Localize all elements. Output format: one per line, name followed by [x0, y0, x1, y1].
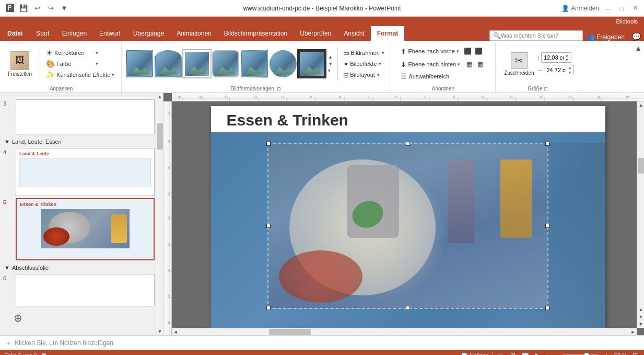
customize-qat-button[interactable]: ▼ [58, 3, 70, 14]
tab-bildschirmpraesentation[interactable]: Bildschirmpräsentation [218, 26, 294, 41]
tab-start[interactable]: Start [30, 26, 55, 41]
freigeben-button[interactable]: 👥 Freigeben [583, 33, 629, 41]
handle-mr[interactable] [545, 224, 549, 228]
slide-main[interactable]: Essen & Trinken [211, 106, 605, 331]
reading-view-button[interactable]: 📖 [521, 351, 530, 355]
notes-bar[interactable]: + Klicken Sie, um Notizen hinzufügen [0, 335, 644, 350]
ebene-nach-hinten-button[interactable]: ⬇ Ebene nach hinten ▾ ▦ ▦ [398, 58, 488, 71]
image-style-6[interactable] [270, 50, 297, 77]
handle-tm[interactable] [406, 142, 410, 146]
redo-button[interactable]: ↪ [45, 3, 56, 14]
slide-5-plate2 [43, 227, 69, 246]
groesse-expand[interactable]: ⊡ [543, 86, 549, 91]
anordnen-content: ⬆ Ebene nach vorne ▾ ⬛ ⬛ ⬇ Ebene nach hi… [398, 43, 488, 85]
bildformatvorlagen-expand[interactable]: ⊡ [276, 86, 282, 91]
hscroll-thumb[interactable] [269, 329, 311, 335]
freistellen-button[interactable]: 🖼 Freistellen [5, 49, 34, 79]
image-style-3[interactable] [183, 50, 210, 77]
tab-einfuegen[interactable]: Einfügen [56, 26, 93, 41]
panel-scroll-thumb[interactable] [157, 123, 163, 150]
height-input[interactable] [544, 54, 564, 61]
comment-button[interactable]: 💬 [629, 32, 644, 41]
height-up-button[interactable]: ▲ [565, 53, 569, 58]
kuenstlerische-effekte-button[interactable]: ✨ Künstlerische Effekte ▾ [43, 70, 117, 80]
zoom-in-button[interactable]: + [602, 351, 611, 355]
anmelden-button[interactable]: 👤Anmelden [561, 5, 599, 12]
anordnen-icon-2b[interactable]: ▦ [475, 59, 485, 70]
handle-tr[interactable] [545, 142, 549, 146]
slide-thumb-5-wrapper: 5 Essen & Trinken [11, 198, 159, 260]
anordnen-icon-2a[interactable]: ▦ [464, 59, 474, 70]
slide-thumb-6[interactable] [16, 274, 155, 306]
zuschneiden-button[interactable]: ✂ Zuschneiden [502, 50, 536, 78]
bildeffekte-arrow: ▾ [379, 61, 381, 66]
hscroll-right[interactable]: ► [629, 328, 637, 336]
slide-sorter-button[interactable]: ⊞ [508, 351, 518, 355]
tab-ueberpruefen[interactable]: Überprüfen [294, 26, 337, 41]
image-style-7[interactable] [298, 50, 325, 77]
image-style-2[interactable] [155, 50, 182, 77]
canvas-scroll-up[interactable]: ▲ [637, 101, 644, 109]
bildrahmen-button[interactable]: ▭ Bildrahmen ▾ [341, 48, 387, 58]
auswahlbereich-button[interactable]: ☰ Auswahlbereich [398, 71, 452, 81]
width-input[interactable] [546, 67, 566, 73]
ebene-nach-vorne-button[interactable]: ⬆ Ebene nach vorne ▾ ⬛ ⬛ [398, 45, 486, 58]
image-style-5[interactable] [241, 50, 268, 77]
farbe-button[interactable]: 🎨 Farbe ▾ [43, 59, 101, 69]
close-button[interactable]: ✕ [630, 4, 640, 13]
slideshow-button[interactable]: ▶ [533, 351, 543, 355]
undo-button[interactable]: ↩ [31, 3, 43, 14]
ribbon-collapse-button[interactable]: ▲ [635, 44, 642, 52]
slide-panel: 3 ▼ Land, Leute, Essen 4 Land & Leute [0, 93, 163, 335]
zoom-out-button[interactable]: − [549, 351, 559, 355]
canvas-scroll-down2[interactable]: ▼ [637, 313, 644, 320]
width-up-button[interactable]: ▲ [568, 65, 572, 70]
tab-uebergaenge[interactable]: Übergänge [127, 26, 170, 41]
panel-scroll-up[interactable]: ▲ [156, 93, 163, 100]
tab-ansicht[interactable]: Ansicht [337, 26, 370, 41]
search-input[interactable] [501, 32, 579, 39]
fit-window-button[interactable]: ⊡ [630, 351, 640, 355]
tab-datei[interactable]: Datei [0, 26, 30, 41]
canvas-wrapper: 8 6 4 2 0 2 4 6 8 [163, 101, 644, 335]
handle-tl[interactable] [266, 142, 271, 146]
scroll-up-button[interactable]: ▲ [326, 54, 334, 60]
image-style-1[interactable] [126, 50, 153, 77]
tab-animationen[interactable]: Animationen [170, 26, 218, 41]
anordnen-icon-1a[interactable]: ⬛ [463, 46, 473, 56]
handle-bm[interactable] [406, 306, 410, 310]
bildlayout-button[interactable]: ⊞ Bildlayout ▾ [341, 70, 387, 80]
canvas-scroll-bottom[interactable]: ▼ [637, 320, 644, 328]
panel-scroll-down[interactable]: ▼ [156, 328, 163, 335]
selected-image-frame[interactable] [267, 143, 548, 309]
width-down-button[interactable]: ▼ [568, 70, 572, 75]
handle-br[interactable] [545, 306, 549, 310]
maximize-button[interactable]: □ [617, 4, 626, 13]
hscroll-left[interactable]: ◄ [172, 328, 179, 336]
canvas-scroll-thumb[interactable] [638, 158, 644, 174]
notizen-button[interactable]: 📝 Notizen [462, 352, 489, 355]
korrekturen-button[interactable]: ☀ Korrekturen ▾ [43, 48, 101, 58]
slide-thumb-4[interactable]: Land & Leute [16, 148, 155, 196]
anordnen-icon-1b[interactable]: ⬛ [474, 46, 484, 56]
slide-thumb-3[interactable] [16, 99, 155, 134]
height-down-button[interactable]: ▼ [565, 58, 569, 62]
image-style-4[interactable] [212, 50, 239, 77]
ribbon-group-groesse: ✂ Zuschneiden ↕ ▲ ▼ [497, 43, 580, 93]
ruler-horizontal: 16 14 12 10 8 6 4 2 0 [172, 93, 644, 101]
save-button[interactable]: 💾 [18, 3, 29, 14]
zoom-thumb[interactable] [584, 353, 589, 355]
canvas-scroll-up2[interactable]: ▲ [637, 306, 644, 313]
handle-ml[interactable] [266, 224, 271, 228]
plus-icon: + [6, 339, 10, 347]
tab-entwurf[interactable]: Entwurf [93, 26, 127, 41]
normal-view-button[interactable]: ▭ [496, 351, 505, 355]
handle-bl[interactable] [266, 306, 271, 310]
scroll-more-button[interactable]: ▾ [326, 67, 334, 74]
bildeffekte-button[interactable]: ✦ Bildeffekte ▾ [341, 59, 387, 69]
tab-format[interactable]: Format [371, 26, 405, 41]
scroll-down-button[interactable]: ▼ [326, 61, 334, 67]
slide-thumb-5[interactable]: Essen & Trinken [16, 198, 155, 260]
add-slide-button[interactable]: ⊕ [14, 312, 22, 324]
minimize-button[interactable]: — [603, 4, 613, 13]
